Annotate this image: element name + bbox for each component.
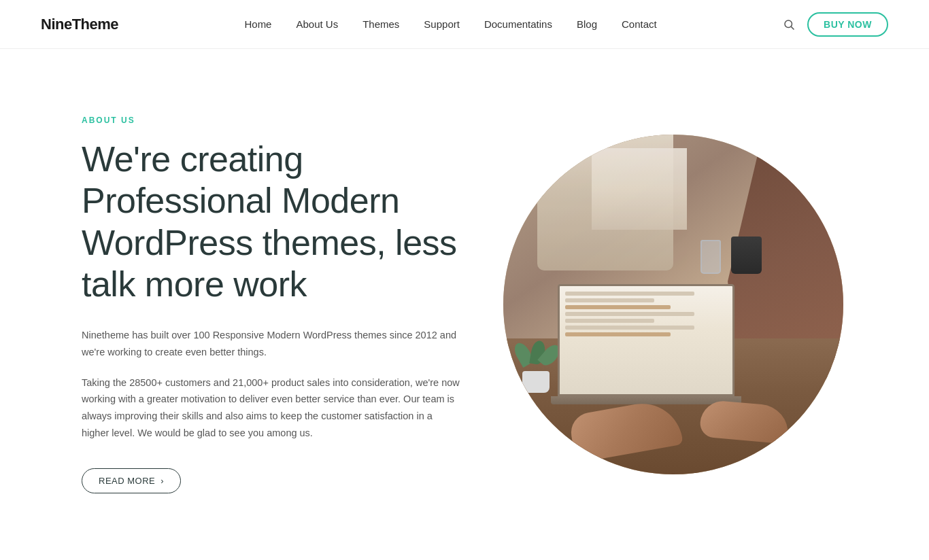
laptop	[544, 284, 748, 420]
svg-line-1	[791, 27, 794, 29]
description-1: Ninetheme has built over 100 Responsive …	[82, 327, 462, 360]
svg-point-0	[785, 20, 792, 28]
nav-docs[interactable]: Documentatins	[484, 18, 552, 30]
read-more-button[interactable]: READ MORE ›	[82, 468, 181, 493]
screen-bar-2	[565, 298, 654, 302]
headline-line1: We're creating	[82, 139, 303, 179]
screen-bar-4	[565, 312, 694, 316]
buy-now-button[interactable]: BUY NOW	[807, 12, 888, 37]
photo-simulation	[503, 135, 843, 474]
screen-bar-1	[565, 292, 694, 296]
read-more-label: READ MORE	[99, 476, 155, 486]
nav-blog[interactable]: Blog	[577, 18, 597, 30]
screen-bar-3	[565, 305, 671, 309]
nav-contact[interactable]: Contact	[622, 18, 657, 30]
screen-bar-7	[565, 332, 671, 336]
nav-home[interactable]: Home	[244, 18, 271, 30]
read-more-arrow: ›	[161, 476, 164, 486]
about-image	[503, 135, 843, 474]
main-content: ABOUT US We're creating Professional Mod…	[0, 49, 929, 560]
laptop-screen	[558, 284, 734, 396]
about-left-column: ABOUT US We're creating Professional Mod…	[82, 116, 503, 493]
site-logo[interactable]: NineTheme	[41, 16, 118, 33]
laptop-screen-content	[560, 286, 732, 394]
header-right: BUY NOW	[783, 12, 888, 37]
search-icon[interactable]	[783, 18, 795, 31]
window-bright	[592, 148, 687, 230]
about-right-column	[503, 135, 843, 474]
main-nav: Home About Us Themes Support Documentati…	[244, 18, 656, 30]
window-layer	[537, 135, 673, 270]
headline-line3: WordPress themes, less	[82, 223, 457, 262]
nav-support[interactable]: Support	[424, 18, 460, 30]
site-header: NineTheme Home About Us Themes Support D…	[0, 0, 929, 49]
description-2: Taking the 28500+ customers and 21,000+ …	[82, 374, 462, 442]
headline: We're creating Professional Modern WordP…	[82, 139, 462, 305]
headline-line2: Professional Modern	[82, 181, 399, 220]
headline-line4: talk more work	[82, 264, 307, 304]
mug-decor	[731, 237, 762, 274]
glass-decor	[700, 240, 721, 274]
nav-about[interactable]: About Us	[296, 18, 338, 30]
nav-themes[interactable]: Themes	[362, 18, 399, 30]
section-label: ABOUT US	[82, 116, 462, 125]
screen-bar-5	[565, 319, 654, 323]
screen-bar-6	[565, 326, 694, 330]
